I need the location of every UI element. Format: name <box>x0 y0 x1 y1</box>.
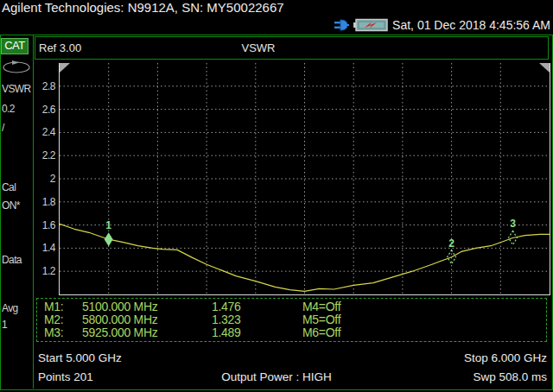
fieldfox-screen: Agilent Technologies: N9912A, SN: MY5002… <box>0 0 553 392</box>
points-label: Points 201 <box>38 370 93 383</box>
y-tick-label: 2.4 <box>32 126 55 138</box>
average-label: Avg <box>2 302 18 314</box>
scale-label: 0.2 <box>2 103 15 115</box>
marker-label: M3: <box>44 326 63 339</box>
y-tick-label: 1.2 <box>32 265 55 277</box>
scale-unit-label: / <box>2 122 4 134</box>
y-tick-label: 1.8 <box>32 196 55 208</box>
ref-title-box: Ref 3.00 VSWR <box>35 36 549 60</box>
ref-triangle-right-icon <box>539 63 550 73</box>
marker-value: 1.476 <box>212 300 241 313</box>
cal-status-line1: Cal <box>2 181 16 193</box>
ref-level-label: Ref 3.00 <box>39 41 81 54</box>
trace-type-label: Data <box>2 254 22 266</box>
stop-frequency-label: Stop 6.000 GHz <box>464 351 547 364</box>
chart-title: VSWR <box>224 41 293 54</box>
marker-frequency: 5100.000 MHz <box>82 300 157 313</box>
sweep-time-label: Swp 508.0 ms <box>473 370 547 383</box>
datetime-label: Sat, 01 Dec 2018 4:45:56 AM <box>392 18 550 32</box>
marker-value: 1.489 <box>212 326 241 339</box>
marker-off-label: M4=Off <box>302 300 340 313</box>
status-row: Sat, 01 Dec 2018 4:45:56 AM <box>334 16 550 35</box>
ac-plug-icon <box>334 17 349 33</box>
marker-label: M1: <box>44 300 63 313</box>
y-tick-label: 2 <box>32 173 55 185</box>
marker-frequency: 5800.000 MHz <box>82 313 157 326</box>
average-count: 1 <box>2 319 7 331</box>
marker-diamond-solid-icon <box>105 232 113 246</box>
marker-number-label: 3 <box>510 218 516 230</box>
marker-off-label: M5=Off <box>302 313 340 326</box>
mode-badge: CAT <box>1 38 29 54</box>
marker-off-label: M6=Off <box>302 326 340 339</box>
marker-value: 1.323 <box>212 313 241 326</box>
y-tick-label: 2.2 <box>32 149 55 161</box>
instrument-title: Agilent Technologies: N9912A, SN: MY5002… <box>2 0 284 15</box>
marker-table: M1: 5100.000 MHz 1.476 M4=Off M2: 5800.0… <box>36 298 547 342</box>
vswr-plot: 123 <box>59 63 550 295</box>
y-tick-label: 2.8 <box>32 80 55 92</box>
marker-number-label: 2 <box>448 237 454 250</box>
ref-triangle-left-icon <box>60 63 70 73</box>
y-tick-label: 1.4 <box>32 242 55 254</box>
marker-label: M2: <box>44 313 63 326</box>
cal-status-line2: ON* <box>2 199 20 212</box>
continuous-sweep-icon <box>2 59 31 74</box>
battery-icon <box>353 17 388 33</box>
y-tick-label: 2.6 <box>32 104 55 116</box>
marker-number-label: 1 <box>105 219 111 231</box>
start-frequency-label: Start 5.000 GHz <box>38 351 122 364</box>
marker-frequency: 5925.000 MHz <box>82 326 157 339</box>
measurement-label: VSWR <box>2 83 31 95</box>
output-power-label: Output Power : HIGH <box>207 370 346 383</box>
y-tick-label: 1.6 <box>32 219 55 231</box>
